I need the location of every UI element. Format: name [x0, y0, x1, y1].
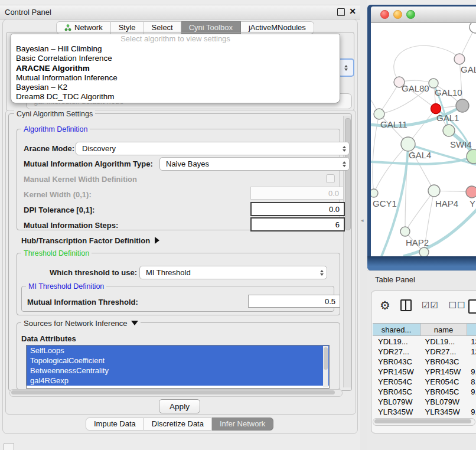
- network-node-label: HAP4: [435, 198, 458, 208]
- table-panel-title: Table Panel: [375, 275, 415, 284]
- control-panel: Control Panel ✕ Network Style Select Cyn…: [0, 0, 360, 450]
- network-node-label: Y: [470, 198, 475, 208]
- threshold-definition-title: Threshold Definition: [21, 249, 92, 257]
- table-row[interactable]: YDR27...YDR27...12: [373, 347, 476, 357]
- mi-algorithm-type-combo[interactable]: Naive Bayes: [159, 157, 350, 171]
- mi-threshold-label: Mutual Information Threshold:: [27, 298, 138, 306]
- network-node[interactable]: [456, 99, 469, 112]
- panel-splitter[interactable]: ◂: [360, 0, 367, 450]
- zoom-traffic-light-icon[interactable]: [406, 10, 415, 19]
- table-panel-titlebar[interactable]: Table Panel: [367, 270, 476, 288]
- table-row[interactable]: YBR045CYBR045C9.: [373, 387, 476, 397]
- network-node[interactable]: [371, 189, 378, 197]
- algorithm-option-aracne[interactable]: ARACNE Algorithm: [11, 64, 340, 73]
- table-row[interactable]: YDL19...YDL19...13: [373, 337, 476, 347]
- mi-steps-label: Mutual Information Steps:: [24, 221, 118, 230]
- kernel-width-field[interactable]: 0.0: [250, 187, 344, 200]
- scrollbar-thumb[interactable]: [11, 390, 335, 394]
- collapse-left-icon[interactable]: ◂: [361, 217, 364, 223]
- dpi-tolerance-field[interactable]: 0.0: [250, 202, 345, 216]
- control-panel-titlebar[interactable]: Control Panel ✕: [0, 5, 360, 19]
- algorithm-option[interactable]: Basic Correlation Inference: [11, 54, 340, 63]
- table-row[interactable]: YLR345WYLR345W9.: [373, 407, 476, 417]
- expand-right-icon: [155, 237, 159, 244]
- aracne-mode-label: Aracne Mode:: [24, 144, 74, 153]
- table-panel-box: ⚙ ☑☑ ☐☐ shared... name YDL19...YDL19...1…: [371, 291, 476, 433]
- sources-toggle[interactable]: Sources for Network Inference: [21, 319, 141, 328]
- gear-icon[interactable]: ⚙: [380, 298, 390, 312]
- network-icon: [64, 24, 71, 31]
- list-item[interactable]: SelfLoops: [27, 345, 329, 356]
- algorithm-dropdown-placeholder: Select algorithm to view settings: [11, 34, 340, 44]
- which-threshold-combo[interactable]: MI Threshold: [139, 266, 327, 279]
- list-item[interactable]: TopologicalCoefficient: [27, 356, 329, 366]
- tab-infer-network[interactable]: Infer Network: [212, 418, 273, 431]
- column-header-shared[interactable]: shared...: [373, 323, 420, 336]
- network-node[interactable]: [419, 247, 429, 256]
- network-node[interactable]: [466, 186, 476, 198]
- table-row[interactable]: YBL079WYBL079W: [373, 397, 476, 407]
- data-attributes-label: Data Attributes: [21, 334, 76, 343]
- column-header-partial[interactable]: [467, 323, 476, 336]
- list-item[interactable]: gal4RGexp: [27, 376, 329, 386]
- network-node[interactable]: [431, 104, 441, 114]
- algorithm-combo-stepper[interactable]: [338, 58, 354, 77]
- select-all-icon[interactable]: ☑☑: [422, 300, 439, 311]
- network-canvas[interactable]: GALGAL80GAL10GAL1GAL11SWI4GAL4GCY1HAP4YH…: [371, 23, 476, 256]
- network-node[interactable]: [400, 227, 410, 236]
- algorithm-option[interactable]: Bayesian – K2: [11, 83, 340, 92]
- network-node[interactable]: [443, 125, 455, 136]
- table-toolbar: ⚙ ☑☑ ☐☐: [371, 295, 476, 316]
- column-header-name[interactable]: name: [420, 323, 467, 336]
- network-view-window: GALGAL80GAL10GAL1GAL11SWI4GAL4GCY1HAP4YH…: [367, 5, 476, 270]
- list-scrollbar[interactable]: [323, 346, 328, 387]
- algorithm-option[interactable]: Mutual Information Inference: [11, 73, 340, 83]
- network-node[interactable]: [428, 185, 440, 197]
- table-horizontal-scrollbar[interactable]: [373, 418, 475, 426]
- mi-steps-field[interactable]: 6: [250, 217, 345, 231]
- float-icon[interactable]: [337, 8, 345, 16]
- close-traffic-light-icon[interactable]: [380, 10, 389, 19]
- network-node[interactable]: [401, 137, 415, 151]
- close-icon[interactable]: ✕: [349, 6, 356, 16]
- network-node[interactable]: [470, 23, 476, 33]
- table-row[interactable]: YBR043CYBR043C: [373, 357, 476, 367]
- list-item[interactable]: BetweennessCentrality: [27, 366, 329, 376]
- combo-stepper-icon: [320, 266, 324, 279]
- algorithm-option[interactable]: Bayesian – Hill Climbing: [11, 44, 340, 54]
- manual-kernel-checkbox[interactable]: [326, 174, 335, 183]
- algorithm-option[interactable]: Dream8 DC_TDC Algorithm: [11, 92, 340, 102]
- columns-icon[interactable]: [400, 299, 412, 311]
- table-panel: ⚙ ☑☑ ☐☐ shared... name YDL19...YDL19...1…: [367, 287, 476, 450]
- scrollbar-thumb[interactable]: [345, 118, 351, 230]
- table-header: shared... name: [373, 323, 476, 336]
- network-node[interactable]: [429, 79, 438, 88]
- export-table-icon[interactable]: [468, 299, 476, 314]
- data-attributes-list[interactable]: SelfLoops TopologicalCoefficient Between…: [26, 345, 330, 389]
- table-row[interactable]: YER054CYER054C8.: [373, 377, 476, 387]
- table-row[interactable]: YPR145WYPR145W9.: [373, 367, 476, 377]
- settings-vertical-scrollbar[interactable]: [343, 116, 351, 387]
- dock-icon[interactable]: [4, 443, 14, 450]
- table-body: YDL19...YDL19...13 YDR27...YDR27...12 YB…: [373, 337, 476, 422]
- mi-algorithm-type-label: Mutual Information Algorithm Type:: [24, 159, 153, 168]
- mi-threshold-field[interactable]: 0.5: [248, 295, 340, 308]
- network-window-titlebar[interactable]: [371, 6, 476, 23]
- apply-button[interactable]: Apply: [159, 399, 200, 413]
- which-threshold-label: Which threshold to use:: [50, 268, 137, 277]
- network-node-label: HAP2: [406, 237, 429, 247]
- minimize-traffic-light-icon[interactable]: [393, 10, 402, 19]
- aracne-mode-combo[interactable]: Discovery: [76, 142, 350, 155]
- settings-horizontal-scrollbar[interactable]: [9, 389, 343, 397]
- tab-discretize-data[interactable]: Discretize Data: [144, 418, 212, 431]
- network-node[interactable]: [454, 54, 465, 64]
- window-frame-bottom: [367, 256, 476, 270]
- hub-definition-toggle[interactable]: Hub/Transcription Factor Definition: [21, 236, 159, 245]
- network-node-label: GAL4: [409, 150, 431, 160]
- network-node[interactable]: [374, 109, 384, 119]
- scrollbar-thumb[interactable]: [374, 419, 471, 423]
- network-node-label: GAL: [461, 64, 476, 74]
- deselect-all-icon[interactable]: ☐☐: [449, 300, 466, 311]
- tab-network-label: Network: [74, 23, 103, 32]
- tab-impute-data[interactable]: Impute Data: [86, 418, 144, 431]
